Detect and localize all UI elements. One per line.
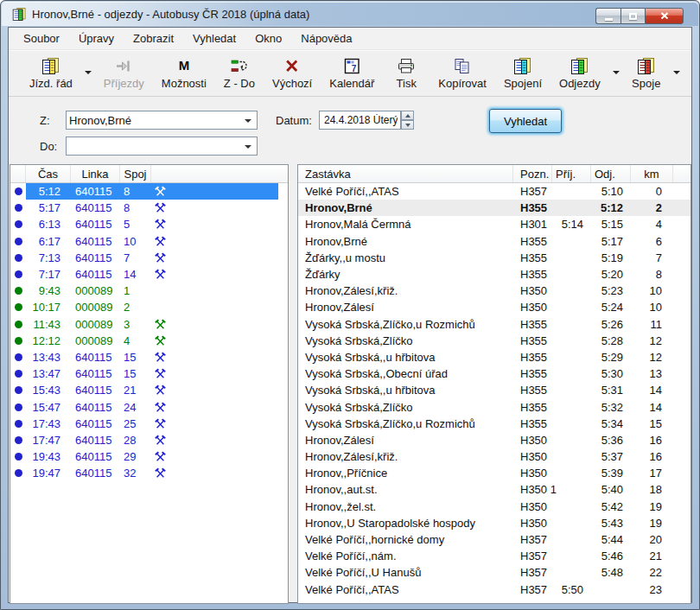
column-header-pozn[interactable]: Pozn. [513, 165, 552, 182]
stop-row[interactable]: Hronov,Malá ČermnáH3015:145:154 [298, 216, 690, 232]
dropdown-arrow-jizd-rad[interactable] [81, 53, 95, 92]
close-button[interactable] [645, 8, 684, 24]
workdays-icon [155, 186, 172, 197]
stops-panel[interactable]: ZastávkaPozn.Příj.Odj.km Velké Poříčí,,A… [297, 164, 691, 604]
departure-row[interactable]: 19:4364011529 [10, 448, 288, 465]
departure-row[interactable]: 9:430000891 [10, 283, 288, 299]
toolbar-button-vychozi[interactable]: Výchozí [264, 53, 321, 92]
toolbar-button-moznosti[interactable]: MMožnosti [153, 53, 215, 92]
chevron-down-icon[interactable] [245, 145, 251, 149]
stop-row[interactable]: Vysoká Srbská,Zlíčko,u RozmichůH3555:341… [298, 416, 690, 432]
menu-item-upravy[interactable]: Úpravy [71, 29, 122, 48]
stop-row[interactable]: ŽďárkyH3555:208 [298, 266, 690, 283]
menu-item-soubor[interactable]: Soubor [16, 29, 67, 48]
stop-row[interactable]: Hronov,BrnéH3555:176 [298, 233, 690, 250]
stop-note: H350 [513, 500, 552, 513]
stop-row[interactable]: Vysoká Srbská,,u hřbitovaH3555:2912 [298, 349, 690, 365]
departure-row[interactable]: 17:4364011525 [10, 416, 288, 432]
stop-row[interactable]: Velké Poříčí,,U HanušůH3575:4822 [298, 564, 690, 581]
from-combobox[interactable] [66, 111, 258, 130]
stop-row[interactable]: Hronov,,aut.st.H350 15:4018 [298, 481, 690, 498]
stop-row[interactable]: Hronov,,PříčniceH3505:3917 [298, 465, 690, 481]
stop-row[interactable]: Hronov,ZálesíH3505:3616 [298, 432, 690, 448]
departure-row[interactable]: 11:430000893 [10, 316, 288, 333]
stop-row[interactable]: Hronov,ZálesíH3505:2410 [298, 299, 690, 315]
stop-km: 15 [631, 417, 673, 430]
chevron-down-icon[interactable] [245, 119, 251, 123]
column-header-prij[interactable]: Příj. [552, 165, 591, 182]
stop-dep: 5:42 [591, 500, 631, 513]
departure-row[interactable]: 7:1764011514 [10, 266, 288, 283]
toolbar-button-spoje[interactable]: Spoje [623, 53, 670, 92]
toolbar-button-kalendar[interactable]: 7Kalendář [321, 53, 383, 92]
to-input[interactable] [69, 138, 241, 154]
departure-row[interactable]: 19:4764011532 [10, 465, 288, 481]
stop-row[interactable]: Hronov,Zálesí,křiž.H3505:3716 [298, 448, 690, 465]
departure-row[interactable]: 6:1764011510 [10, 233, 288, 250]
stop-row[interactable]: Velké Poříčí,,ATASH3575:5023 [298, 581, 690, 598]
toolbar-button-odjezdy[interactable]: Odjezdy [550, 53, 609, 92]
toolbar-button-spojeni[interactable]: Spojení [495, 53, 550, 92]
stop-km: 6 [631, 235, 673, 248]
column-header-km[interactable]: km [631, 165, 673, 182]
dropdown-arrow-odjezdy[interactable] [609, 53, 623, 92]
spin-down-button[interactable] [401, 120, 414, 130]
date-label: Datum: [276, 114, 312, 127]
departure-row[interactable]: 7:136401157 [10, 250, 288, 266]
stop-row[interactable]: Žďárky,,u mostuH3555:197 [298, 250, 690, 266]
column-header-zastavka[interactable]: Zastávka [298, 165, 513, 182]
departure-row[interactable]: 17:4764011528 [10, 432, 288, 448]
toolbar-button-tisk[interactable]: Tisk [383, 53, 430, 92]
column-header-odj[interactable]: Odj. [591, 165, 631, 182]
column-header-col-cas[interactable]: Čas [26, 165, 71, 182]
stop-row[interactable]: Hronov,BrnéH3555:122 [298, 200, 690, 216]
to-combobox[interactable] [66, 137, 258, 156]
departures-panel[interactable]: ČasLinkaSpoj 5:126401158 5:176401158 6:1… [10, 164, 289, 604]
stop-row[interactable]: Vysoká Srbská,Zlíčko,u RozmichůH3555:261… [298, 316, 690, 333]
toolbar-button-prijezdy: Příjezdy [95, 53, 153, 92]
menu-item-vyhledat[interactable]: Vyhledat [185, 29, 244, 48]
toolbar-button-jizd-rad[interactable]: Jízd. řád [21, 53, 81, 92]
departure-row[interactable]: 5:176401158 [10, 200, 288, 216]
departure-row[interactable]: 6:136401155 [10, 216, 288, 232]
stop-row[interactable]: Velké Poříčí,,ATASH3575:100 [298, 183, 690, 200]
stop-row[interactable]: Vysoká Srbská,,u hřbitovaH3555:3114 [298, 382, 690, 398]
date-field[interactable] [319, 111, 401, 130]
stop-row[interactable]: Vysoká Srbská,ZlíčkoH3555:3214 [298, 398, 690, 415]
stop-row[interactable]: Vysoká Srbská,ZlíčkoH3555:2812 [298, 333, 690, 349]
departures-header[interactable]: ČasLinkaSpoj [10, 165, 288, 183]
menu-item-okno[interactable]: Okno [247, 29, 290, 48]
spin-up-button[interactable] [401, 111, 414, 120]
departure-line: 000089 [75, 334, 118, 347]
maximize-button[interactable] [620, 8, 645, 24]
stop-row[interactable]: Hronov,,U Staropadolské hospodyH3505:431… [298, 515, 690, 531]
departure-row[interactable]: 15:4764011524 [10, 398, 288, 415]
menu-item-zobrazit[interactable]: Zobrazit [125, 29, 181, 48]
departure-row[interactable]: 10:170000892 [10, 299, 288, 315]
toolbar-button-kopirovat[interactable]: Kopírovat [430, 53, 495, 92]
column-header-col-linka[interactable]: Linka [71, 165, 120, 182]
stop-row[interactable]: Vysoká Srbská,,Obecní úřadH3555:3013 [298, 365, 690, 382]
workdays-icon [155, 435, 172, 446]
date-input[interactable] [321, 112, 398, 128]
stop-km: 21 [631, 550, 673, 562]
title-bar[interactable]: Hronov,Brné - odjezdy - Autobusy ČR 2018… [2, 2, 698, 26]
stop-row[interactable]: Velké Poříčí,,nám.H3575:4621 [298, 548, 690, 564]
minimize-button[interactable] [595, 8, 620, 24]
departure-row[interactable]: 13:4364011515 [10, 349, 288, 365]
stop-row[interactable]: Velké Poříčí,,hornické domyH3575:4420 [298, 531, 690, 548]
toolbar-button-label: Příjezdy [104, 77, 144, 90]
search-button[interactable]: Vyhledat [489, 109, 562, 133]
departure-row[interactable]: 12:120000894 [10, 333, 288, 349]
departure-row[interactable]: 15:4364011521 [10, 382, 288, 398]
from-input[interactable] [69, 112, 241, 128]
column-header-col-spoj[interactable]: Spoj [120, 165, 151, 182]
departure-row[interactable]: 5:126401158 [10, 183, 288, 200]
departure-row[interactable]: 13:4764011515 [10, 365, 288, 382]
stops-header[interactable]: ZastávkaPozn.Příj.Odj.km [298, 165, 690, 183]
stop-row[interactable]: Hronov,,žel.st.H3505:4219 [298, 499, 690, 515]
stop-row[interactable]: Hronov,Zálesí,křiž.H3505:2310 [298, 283, 690, 299]
toolbar-button-z-do[interactable]: Z - Do [215, 53, 264, 92]
dropdown-arrow-spoje[interactable] [670, 53, 684, 92]
menu-item-napoveda[interactable]: Nápověda [293, 29, 360, 48]
